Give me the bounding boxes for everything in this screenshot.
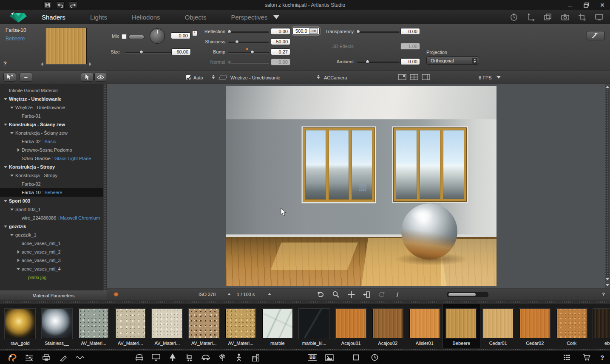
layer-updown-icon[interactable] xyxy=(212,75,215,79)
iso-value[interactable]: ISO 378 xyxy=(199,292,216,297)
material-tile[interactable]: ebo xyxy=(590,304,610,348)
clock-icon[interactable] xyxy=(369,352,380,363)
expander-expanded-icon[interactable] xyxy=(3,163,9,171)
tab-shaders[interactable]: Shaders xyxy=(42,14,65,21)
tree-item[interactable]: Szkło-Gładkie : Glass Light Plane xyxy=(0,154,104,163)
add-shader-button[interactable] xyxy=(3,73,16,82)
material-tile[interactable]: Cork xyxy=(553,304,590,348)
tree-item[interactable]: Konstrukcja - Ściany zew xyxy=(0,129,104,137)
material-tile[interactable]: Stainless__ xyxy=(39,304,76,348)
shininess-slider[interactable] xyxy=(228,42,269,43)
fps-caret-icon[interactable] xyxy=(497,76,501,79)
shutter-value[interactable]: 1 / 100 s xyxy=(237,292,255,297)
layout-split-button[interactable] xyxy=(422,74,430,82)
refresh-button[interactable] xyxy=(377,291,386,298)
material-tile[interactable]: Bebeere xyxy=(443,304,480,348)
pan-button[interactable] xyxy=(347,291,355,298)
axes-icon[interactable] xyxy=(526,12,536,22)
shutter-stepper-icon[interactable] xyxy=(268,293,271,295)
tree-item[interactable]: acne_vases_mtl_1 xyxy=(0,239,104,248)
tree-item-shader-link[interactable]: : Basic xyxy=(41,139,56,144)
tree-item[interactable]: gozdzik_1 xyxy=(0,231,104,239)
maximize-button[interactable] xyxy=(581,1,591,9)
expander-expanded-icon[interactable] xyxy=(3,222,9,231)
material-tile[interactable]: Acajou01 xyxy=(333,304,370,348)
material-tile[interactable]: raw_gold xyxy=(2,304,39,348)
expander-expanded-icon[interactable] xyxy=(9,231,15,239)
duplicate-icon[interactable] xyxy=(543,12,553,22)
expander-collapsed-icon[interactable] xyxy=(15,256,22,265)
material-tile[interactable]: Cedar01 xyxy=(480,304,517,348)
material-tile[interactable]: marble xyxy=(259,304,296,348)
mix-checkbox[interactable] xyxy=(122,34,127,39)
transparency-slider[interactable] xyxy=(357,31,400,33)
shininess-value[interactable]: 50.00 xyxy=(271,38,290,45)
scroll-down-arrow[interactable] xyxy=(605,277,610,282)
select-tool-button[interactable] xyxy=(81,73,94,82)
car-icon[interactable] xyxy=(200,352,211,363)
tree-item[interactable]: Farba-02 : Basic xyxy=(0,137,104,146)
ambient-slider[interactable] xyxy=(357,62,400,63)
expander-expanded-icon[interactable] xyxy=(15,265,22,273)
expander-collapsed-icon[interactable] xyxy=(15,248,22,256)
material-tile[interactable]: AV_Materi... xyxy=(149,304,186,348)
active-layer-select[interactable]: Wnętrze - Umeblowanie xyxy=(230,75,280,80)
tree-item[interactable]: Wnętrze - Umeblowanie xyxy=(0,95,104,103)
material-tile[interactable]: Cedar02 xyxy=(516,304,553,348)
tree-item[interactable]: platki.jpg xyxy=(0,273,104,282)
pen-icon[interactable] xyxy=(58,352,69,363)
flower-icon[interactable] xyxy=(217,352,228,363)
progress-thumb[interactable] xyxy=(448,293,476,296)
tree-item-shader-link[interactable]: : Glass Light Plane xyxy=(51,156,91,161)
shaders-catalog-icon[interactable] xyxy=(7,352,18,363)
mix-slider[interactable] xyxy=(128,35,145,39)
fps-indicator[interactable]: 8 FPS xyxy=(479,75,492,80)
tree-item[interactable]: Konstrukcja - Stropy xyxy=(0,171,104,180)
tree-item[interactable]: acne_vases_mtl_4 xyxy=(0,265,104,273)
tree-item[interactable]: acne_vases_mtl_2 xyxy=(0,248,104,256)
info-button[interactable]: i xyxy=(393,291,401,298)
person-icon[interactable] xyxy=(233,352,244,363)
bump-slider[interactable] xyxy=(228,52,269,53)
tree-item[interactable]: acne_vases_mtl_3 xyxy=(0,256,104,265)
expander-collapsed-icon[interactable] xyxy=(15,146,22,154)
material-tile[interactable]: AV_Materi... xyxy=(222,304,259,348)
preview-next-arrow[interactable] xyxy=(89,62,91,66)
tab-objects[interactable]: Objects xyxy=(185,14,207,21)
camera-updown-icon[interactable] xyxy=(317,75,320,79)
expander-expanded-icon[interactable] xyxy=(9,129,15,137)
tree-item-shader-link[interactable]: : Bebeere xyxy=(41,190,62,195)
viewport-canvas[interactable] xyxy=(107,84,605,288)
shelf-icon[interactable] xyxy=(24,352,35,363)
shader-source-link[interactable]: Bebeere xyxy=(6,36,25,42)
tree-item[interactable]: Farba-01 xyxy=(0,112,104,120)
viewport-help[interactable]: ? xyxy=(602,292,605,297)
viewport-vertical-scrollbar[interactable] xyxy=(605,84,610,288)
layout-quad-button[interactable] xyxy=(410,74,418,82)
tree-item-shader-link[interactable]: : Maxwell Chromium xyxy=(56,215,100,220)
remove-shader-button[interactable]: − xyxy=(20,73,32,82)
tab-perspectives[interactable]: Perspectives xyxy=(231,14,279,21)
expander-expanded-icon[interactable] xyxy=(3,95,9,103)
material-tile[interactable]: AV_Materi... xyxy=(186,304,223,348)
expander-expanded-icon[interactable] xyxy=(3,197,9,205)
material-tile[interactable]: AV_Materi... xyxy=(112,304,149,348)
bump-value[interactable]: 0.27 xyxy=(271,48,290,55)
close-button[interactable]: × xyxy=(597,1,607,9)
rotation-value[interactable]: 0.00 xyxy=(171,32,190,39)
expander-expanded-icon[interactable] xyxy=(9,103,15,112)
tree-icon[interactable] xyxy=(167,352,178,363)
building-icon[interactable] xyxy=(250,352,261,363)
panel-help[interactable]: ? xyxy=(3,60,7,67)
reflection-slider[interactable] xyxy=(228,31,269,33)
image-icon[interactable] xyxy=(324,352,335,363)
scroll-up-arrow[interactable] xyxy=(605,84,610,90)
material-tile[interactable]: Acajou02 xyxy=(369,304,406,348)
tree-item[interactable]: Farba-10 : Bebeere xyxy=(0,188,104,197)
screen-icon[interactable] xyxy=(594,12,604,22)
tree-item[interactable]: Drewno-Sosna Poziomo xyxy=(0,146,104,154)
armchair-icon[interactable] xyxy=(134,352,145,363)
camera-select[interactable]: ACCamera xyxy=(324,75,347,80)
tree-item[interactable]: gozdzik xyxy=(0,222,104,231)
auto-checkbox[interactable] xyxy=(186,75,191,80)
